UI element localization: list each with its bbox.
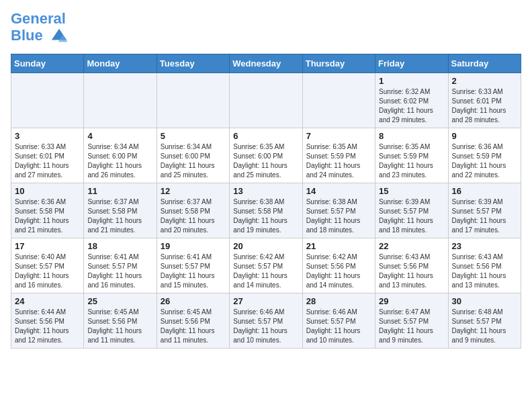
calendar-cell bbox=[157, 73, 229, 128]
day-info: Sunrise: 6:33 AM Sunset: 6:01 PM Dayligh… bbox=[452, 87, 517, 125]
day-number: 19 bbox=[161, 241, 226, 251]
day-info: Sunrise: 6:45 AM Sunset: 5:56 PM Dayligh… bbox=[161, 308, 226, 345]
calendar-cell: 2Sunrise: 6:33 AM Sunset: 6:01 PM Daylig… bbox=[448, 73, 521, 128]
day-info: Sunrise: 6:37 AM Sunset: 5:58 PM Dayligh… bbox=[161, 197, 226, 235]
day-info: Sunrise: 6:46 AM Sunset: 5:57 PM Dayligh… bbox=[306, 308, 371, 345]
day-info: Sunrise: 6:36 AM Sunset: 5:59 PM Dayligh… bbox=[452, 142, 517, 180]
day-number: 5 bbox=[161, 131, 226, 141]
day-number: 10 bbox=[15, 186, 80, 196]
day-number: 9 bbox=[452, 131, 517, 141]
day-info: Sunrise: 6:47 AM Sunset: 5:57 PM Dayligh… bbox=[379, 308, 444, 345]
calendar-cell bbox=[230, 73, 302, 128]
logo: General Blue bbox=[11, 11, 69, 46]
day-info: Sunrise: 6:46 AM Sunset: 5:57 PM Dayligh… bbox=[233, 308, 298, 345]
day-number: 7 bbox=[306, 131, 371, 141]
day-number: 20 bbox=[233, 241, 298, 251]
calendar-cell: 11Sunrise: 6:37 AM Sunset: 5:58 PM Dayli… bbox=[84, 183, 157, 238]
day-info: Sunrise: 6:33 AM Sunset: 6:01 PM Dayligh… bbox=[15, 142, 80, 180]
calendar-cell: 20Sunrise: 6:42 AM Sunset: 5:57 PM Dayli… bbox=[230, 238, 302, 293]
weekday-header: Thursday bbox=[302, 54, 375, 73]
day-info: Sunrise: 6:39 AM Sunset: 5:57 PM Dayligh… bbox=[379, 197, 444, 235]
calendar-cell: 19Sunrise: 6:41 AM Sunset: 5:57 PM Dayli… bbox=[157, 238, 229, 293]
day-info: Sunrise: 6:48 AM Sunset: 5:57 PM Dayligh… bbox=[452, 308, 517, 345]
day-info: Sunrise: 6:43 AM Sunset: 5:56 PM Dayligh… bbox=[379, 253, 444, 290]
calendar-cell: 21Sunrise: 6:42 AM Sunset: 5:56 PM Dayli… bbox=[302, 238, 375, 293]
day-info: Sunrise: 6:34 AM Sunset: 6:00 PM Dayligh… bbox=[161, 142, 226, 180]
calendar-cell: 28Sunrise: 6:46 AM Sunset: 5:57 PM Dayli… bbox=[302, 293, 375, 349]
day-number: 30 bbox=[452, 296, 517, 306]
weekday-header: Wednesday bbox=[230, 54, 302, 73]
day-number: 15 bbox=[379, 186, 444, 196]
calendar-cell: 12Sunrise: 6:37 AM Sunset: 5:58 PM Dayli… bbox=[157, 183, 229, 238]
day-info: Sunrise: 6:41 AM Sunset: 5:57 PM Dayligh… bbox=[161, 253, 226, 290]
logo-text: General bbox=[11, 11, 69, 27]
day-number: 8 bbox=[379, 131, 444, 141]
day-info: Sunrise: 6:43 AM Sunset: 5:56 PM Dayligh… bbox=[452, 253, 517, 290]
calendar-cell bbox=[11, 73, 84, 128]
day-number: 25 bbox=[87, 296, 152, 306]
day-number: 21 bbox=[306, 241, 371, 251]
day-number: 18 bbox=[87, 241, 152, 251]
day-info: Sunrise: 6:40 AM Sunset: 5:57 PM Dayligh… bbox=[15, 253, 80, 290]
day-info: Sunrise: 6:44 AM Sunset: 5:56 PM Dayligh… bbox=[15, 308, 80, 345]
calendar-cell: 14Sunrise: 6:38 AM Sunset: 5:57 PM Dayli… bbox=[302, 183, 375, 238]
calendar-cell: 3Sunrise: 6:33 AM Sunset: 6:01 PM Daylig… bbox=[11, 128, 84, 183]
calendar-cell: 6Sunrise: 6:35 AM Sunset: 6:00 PM Daylig… bbox=[230, 128, 302, 183]
calendar-cell: 22Sunrise: 6:43 AM Sunset: 5:56 PM Dayli… bbox=[375, 238, 448, 293]
day-info: Sunrise: 6:37 AM Sunset: 5:58 PM Dayligh… bbox=[87, 197, 152, 235]
day-number: 14 bbox=[306, 186, 371, 196]
calendar-cell: 16Sunrise: 6:39 AM Sunset: 5:57 PM Dayli… bbox=[448, 183, 521, 238]
calendar-cell bbox=[84, 73, 157, 128]
calendar-cell: 10Sunrise: 6:36 AM Sunset: 5:58 PM Dayli… bbox=[11, 183, 84, 238]
calendar-cell: 1Sunrise: 6:32 AM Sunset: 6:02 PM Daylig… bbox=[375, 73, 448, 128]
calendar-cell: 13Sunrise: 6:38 AM Sunset: 5:58 PM Dayli… bbox=[230, 183, 302, 238]
calendar-cell: 30Sunrise: 6:48 AM Sunset: 5:57 PM Dayli… bbox=[448, 293, 521, 349]
day-number: 12 bbox=[161, 186, 226, 196]
day-info: Sunrise: 6:32 AM Sunset: 6:02 PM Dayligh… bbox=[379, 87, 444, 125]
weekday-header: Friday bbox=[375, 54, 448, 73]
day-number: 1 bbox=[379, 76, 444, 86]
day-info: Sunrise: 6:35 AM Sunset: 5:59 PM Dayligh… bbox=[306, 142, 371, 180]
calendar-cell: 17Sunrise: 6:40 AM Sunset: 5:57 PM Dayli… bbox=[11, 238, 84, 293]
calendar-cell: 9Sunrise: 6:36 AM Sunset: 5:59 PM Daylig… bbox=[448, 128, 521, 183]
day-info: Sunrise: 6:39 AM Sunset: 5:57 PM Dayligh… bbox=[452, 197, 517, 235]
day-info: Sunrise: 6:36 AM Sunset: 5:58 PM Dayligh… bbox=[15, 197, 80, 235]
day-number: 29 bbox=[379, 296, 444, 306]
day-info: Sunrise: 6:38 AM Sunset: 5:58 PM Dayligh… bbox=[233, 197, 298, 235]
calendar-cell: 4Sunrise: 6:34 AM Sunset: 6:00 PM Daylig… bbox=[84, 128, 157, 183]
day-number: 27 bbox=[233, 296, 298, 306]
calendar-cell: 7Sunrise: 6:35 AM Sunset: 5:59 PM Daylig… bbox=[302, 128, 375, 183]
day-info: Sunrise: 6:41 AM Sunset: 5:57 PM Dayligh… bbox=[87, 253, 152, 290]
day-number: 16 bbox=[452, 186, 517, 196]
calendar-cell: 26Sunrise: 6:45 AM Sunset: 5:56 PM Dayli… bbox=[157, 293, 229, 349]
day-number: 13 bbox=[233, 186, 298, 196]
day-number: 3 bbox=[15, 131, 80, 141]
day-number: 23 bbox=[452, 241, 517, 251]
day-info: Sunrise: 6:35 AM Sunset: 6:00 PM Dayligh… bbox=[233, 142, 298, 180]
day-info: Sunrise: 6:38 AM Sunset: 5:57 PM Dayligh… bbox=[306, 197, 371, 235]
weekday-header: Saturday bbox=[448, 54, 521, 73]
day-number: 2 bbox=[452, 76, 517, 86]
logo-text2: Blue bbox=[11, 27, 69, 46]
day-number: 17 bbox=[15, 241, 80, 251]
day-number: 6 bbox=[233, 131, 298, 141]
calendar-cell: 8Sunrise: 6:35 AM Sunset: 5:59 PM Daylig… bbox=[375, 128, 448, 183]
calendar-cell: 27Sunrise: 6:46 AM Sunset: 5:57 PM Dayli… bbox=[230, 293, 302, 349]
day-info: Sunrise: 6:34 AM Sunset: 6:00 PM Dayligh… bbox=[87, 142, 152, 180]
day-number: 22 bbox=[379, 241, 444, 251]
calendar-table: SundayMondayTuesdayWednesdayThursdayFrid… bbox=[11, 54, 521, 349]
day-number: 11 bbox=[87, 186, 152, 196]
calendar-cell bbox=[302, 73, 375, 128]
calendar-cell: 23Sunrise: 6:43 AM Sunset: 5:56 PM Dayli… bbox=[448, 238, 521, 293]
day-info: Sunrise: 6:42 AM Sunset: 5:57 PM Dayligh… bbox=[233, 253, 298, 290]
day-info: Sunrise: 6:45 AM Sunset: 5:56 PM Dayligh… bbox=[87, 308, 152, 345]
calendar-cell: 15Sunrise: 6:39 AM Sunset: 5:57 PM Dayli… bbox=[375, 183, 448, 238]
weekday-header: Tuesday bbox=[157, 54, 229, 73]
calendar-cell: 18Sunrise: 6:41 AM Sunset: 5:57 PM Dayli… bbox=[84, 238, 157, 293]
calendar-cell: 24Sunrise: 6:44 AM Sunset: 5:56 PM Dayli… bbox=[11, 293, 84, 349]
day-number: 24 bbox=[15, 296, 80, 306]
day-number: 26 bbox=[161, 296, 226, 306]
day-number: 4 bbox=[87, 131, 152, 141]
page-header: General Blue bbox=[11, 11, 521, 46]
weekday-header: Sunday bbox=[11, 54, 84, 73]
